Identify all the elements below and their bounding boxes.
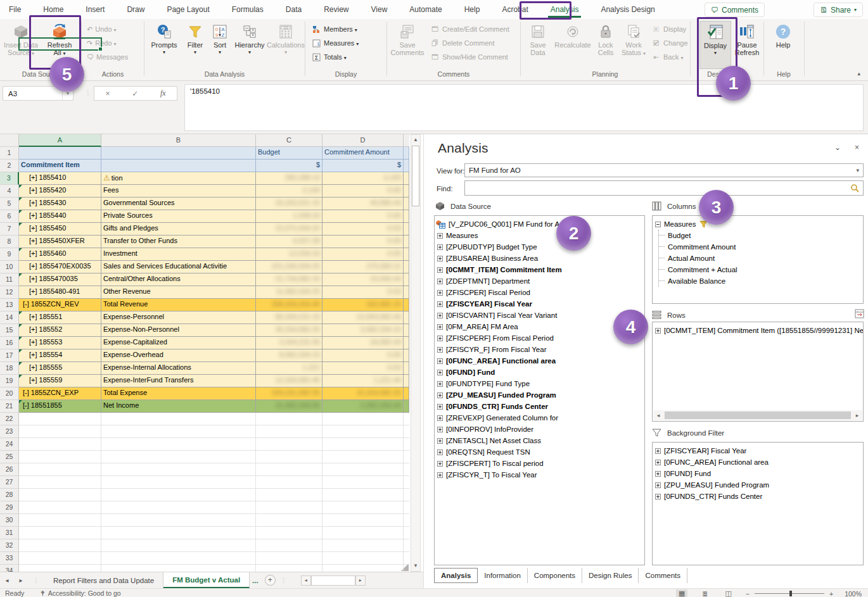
formula-input[interactable]: '1855410 [184, 84, 864, 131]
pane-tab-comments[interactable]: Comments [639, 568, 687, 583]
cell-e22[interactable] [404, 413, 409, 425]
cell-e7[interactable] [404, 223, 409, 236]
ribbon-tab-file[interactable]: File [6, 1, 23, 18]
cell-a30[interactable] [19, 514, 101, 527]
data-source-item[interactable]: [ZNETASCL] Net Asset Class [436, 435, 643, 446]
cell-b23[interactable] [101, 425, 256, 438]
cell-c19[interactable]: 12,334,082.45 [256, 375, 322, 387]
cell-b1[interactable] [101, 147, 256, 160]
data-source-item[interactable]: [V_ZPUC06_Q001] FM Fund for AO [436, 218, 643, 230]
data-source-item[interactable]: [ZFISCYR_T] To Fiscal Year [436, 469, 643, 481]
cell-a24[interactable] [19, 438, 101, 451]
cell-e8[interactable] [404, 236, 409, 248]
expand-icon[interactable] [437, 313, 443, 318]
expand-icon[interactable] [437, 415, 443, 421]
cell-c18[interactable]: 1,221 [256, 362, 322, 375]
cell-a1[interactable] [19, 147, 101, 160]
cell-d8[interactable]: 0.00 [322, 236, 404, 248]
cell-b13[interactable]: Total Revenue [101, 299, 256, 311]
scroll-down-icon[interactable]: ▼ [411, 561, 420, 571]
pane-tab-information[interactable]: Information [478, 568, 528, 583]
rows-list[interactable]: [0CMMT_ITEM] Commitment Item ([18551855/… [652, 322, 864, 422]
row-number-30[interactable]: 30 [0, 514, 19, 527]
cell-e12[interactable] [404, 286, 409, 299]
change-button[interactable]: 🗹Change [651, 38, 688, 48]
cell-d11[interactable]: 22,093.44 [322, 273, 404, 286]
cell-d26[interactable] [322, 463, 404, 476]
background-filter-item[interactable]: [0FUNC_AREA] Functional area [654, 456, 862, 468]
row-number-17[interactable]: 17 [0, 349, 19, 362]
pane-tab-components[interactable]: Components [528, 568, 582, 583]
cell-b14[interactable]: Expense-Personnel [101, 311, 256, 324]
cell-e28[interactable] [404, 489, 409, 501]
expand-icon[interactable] [437, 381, 443, 387]
expand-icon[interactable] [655, 328, 661, 334]
cell-e27[interactable] [404, 476, 409, 489]
expand-icon[interactable] [437, 267, 443, 273]
cell-d25[interactable] [322, 451, 404, 463]
comments-button[interactable]: 🗩 Comments [705, 3, 765, 17]
cell-d2[interactable]: $ [322, 160, 404, 172]
cell-d28[interactable] [322, 489, 404, 501]
back-button[interactable]: ⇤Back [651, 52, 688, 62]
cell-e2[interactable] [404, 160, 409, 172]
zoom-track[interactable] [755, 593, 824, 594]
cell-e25[interactable] [404, 451, 409, 463]
ribbon-tab-analysis-design[interactable]: Analysis Design [598, 1, 657, 18]
scroll-right-icon[interactable]: ▸ [852, 412, 862, 418]
column-header-sliver[interactable] [404, 134, 409, 147]
row-number-3[interactable]: 3 [0, 172, 19, 185]
cell-e15[interactable] [404, 324, 409, 337]
cell-a18[interactable]: [+] 185555 [19, 362, 101, 375]
display-planning-button[interactable]: 🗵Display [651, 24, 688, 34]
cell-e19[interactable] [404, 375, 409, 387]
cell-d32[interactable] [322, 539, 404, 552]
data-source-item[interactable]: [0INFOPROV] InfoProvider [436, 424, 643, 435]
zoom-slider[interactable]: − + [746, 590, 833, 597]
cell-d30[interactable] [322, 514, 404, 527]
cell-d7[interactable]: 0.03 [322, 223, 404, 236]
cell-b31[interactable] [101, 527, 256, 539]
cell-a14[interactable]: [+] 185551 [19, 311, 101, 324]
cell-d14[interactable]: 12,093,082.44 [322, 311, 404, 324]
delete-comment-button[interactable]: 🗍Delete Comment [430, 38, 509, 48]
columns-list[interactable]: MeasuresBudgetCommitment AmountActual Am… [652, 215, 864, 304]
sheet-tab-overflow[interactable]: ... [250, 572, 261, 588]
expand-icon[interactable] [437, 301, 443, 307]
scroll-left-icon[interactable]: ◂ [653, 412, 663, 418]
cell-a26[interactable] [19, 463, 101, 476]
columns-measure-item[interactable]: Budget [659, 230, 862, 241]
cell-a2[interactable]: Commitment Item [19, 160, 101, 172]
expand-icon[interactable] [437, 427, 443, 432]
cell-a25[interactable] [19, 451, 101, 463]
cell-b3[interactable]: ⚠tion [101, 172, 256, 185]
cell-c13[interactable]: 308,334,334.45 [256, 299, 322, 311]
ribbon-tab-home[interactable]: Home [41, 1, 66, 18]
cell-e34[interactable] [404, 565, 409, 572]
expand-icon[interactable] [655, 460, 661, 465]
ribbon-tab-automate[interactable]: Automate [407, 1, 444, 18]
cell-d20[interactable]: 15,334,082.25 [322, 387, 404, 400]
data-source-item[interactable]: [ZFISCPERT] To Fiscal period [436, 458, 643, 469]
cell-b27[interactable] [101, 476, 256, 489]
expand-icon[interactable] [437, 393, 443, 398]
data-source-item[interactable]: [ZFISCYEAR] Fiscal Year [436, 298, 643, 310]
cell-a5[interactable]: [+] 1855430 [19, 198, 101, 210]
cell-e14[interactable] [404, 311, 409, 324]
cell-b7[interactable]: Gifts and Pledges [101, 223, 256, 236]
cell-c25[interactable] [256, 451, 322, 463]
cell-d22[interactable] [322, 413, 404, 425]
cell-e24[interactable] [404, 438, 409, 451]
cell-c32[interactable] [256, 539, 322, 552]
cell-b16[interactable]: Expense-Capitalized [101, 337, 256, 349]
cell-e1[interactable] [404, 147, 409, 160]
row-number-18[interactable]: 18 [0, 362, 19, 375]
row-number-11[interactable]: 11 [0, 273, 19, 286]
scroll-right-icon[interactable]: ▸ [355, 575, 366, 586]
hierarchy-button[interactable]: ++ Hierarchy [232, 21, 267, 56]
expand-icon[interactable] [655, 494, 661, 500]
expand-icon[interactable] [437, 472, 443, 478]
ribbon-tab-acrobat[interactable]: Acrobat [499, 1, 530, 18]
cell-a32[interactable] [19, 539, 101, 552]
rows-item[interactable]: [0CMMT_ITEM] Commitment Item ([18551855/… [654, 325, 862, 336]
